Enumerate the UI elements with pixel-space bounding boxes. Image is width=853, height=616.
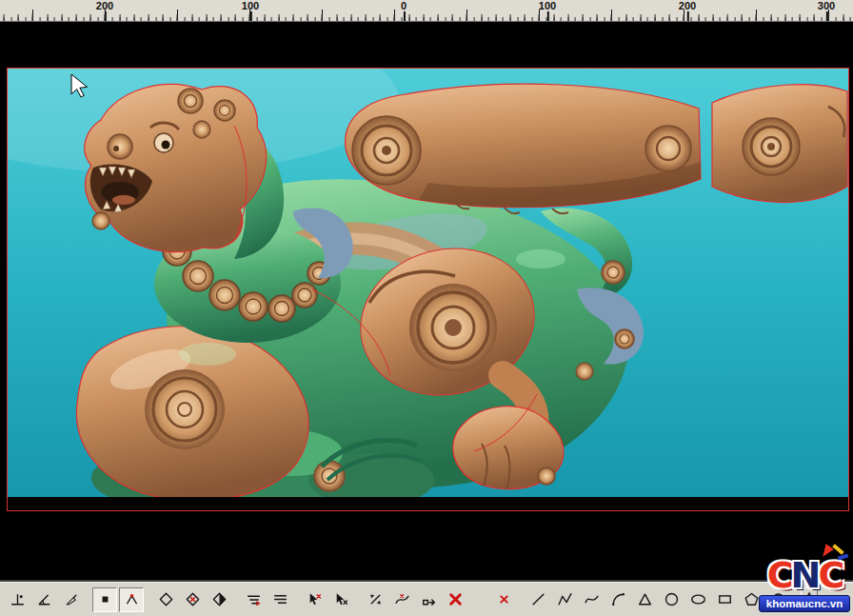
tool-level-lines-alt-button[interactable] bbox=[268, 587, 292, 612]
tool-pen-node-button[interactable] bbox=[58, 587, 83, 612]
tool-snap-angle-button[interactable] bbox=[31, 587, 56, 612]
tool-extend-offset-button[interactable] bbox=[416, 587, 441, 612]
trim-arrows-icon bbox=[367, 591, 384, 607]
tool-select-erase-button[interactable] bbox=[302, 587, 327, 612]
level-lines-alt-icon bbox=[272, 591, 288, 607]
polyline-icon bbox=[557, 591, 573, 607]
tool-diamond-fill-button[interactable] bbox=[207, 587, 231, 612]
ruler-label: 300 bbox=[818, 1, 835, 11]
diamond-delete-icon bbox=[185, 591, 201, 607]
ruler-label: 200 bbox=[96, 1, 113, 11]
spline-icon bbox=[584, 591, 600, 607]
tool-draw-arc-button[interactable] bbox=[605, 587, 630, 612]
tool-draw-spline-button[interactable] bbox=[579, 587, 604, 612]
watermark: CNC khomaucnc.vn bbox=[759, 558, 850, 612]
app-window: 200 100 0 100 200 300 bbox=[0, 0, 853, 616]
viewport-canvas[interactable] bbox=[7, 68, 849, 511]
tool-delete-object-button[interactable] bbox=[443, 587, 467, 612]
select-erase-alt-icon bbox=[333, 591, 349, 607]
grid-snap-icon bbox=[97, 591, 113, 607]
line-icon bbox=[530, 591, 546, 607]
splash-yellow-icon bbox=[832, 544, 844, 554]
tool-diamond-node-button[interactable] bbox=[153, 587, 178, 612]
tool-node-edit-button[interactable] bbox=[119, 587, 144, 612]
select-erase-icon bbox=[307, 591, 323, 607]
tool-grid-snap-button[interactable] bbox=[92, 587, 117, 612]
polygon-icon bbox=[744, 591, 760, 607]
rectangle-icon bbox=[717, 591, 733, 607]
delete-red-x-icon bbox=[447, 591, 464, 607]
erase-small-x-icon bbox=[496, 591, 512, 607]
tool-level-lines-button[interactable] bbox=[241, 587, 266, 612]
arc-icon bbox=[610, 591, 626, 607]
logo-letter: C bbox=[767, 554, 791, 596]
extend-offset-icon bbox=[421, 591, 437, 607]
tool-draw-circle-button[interactable] bbox=[659, 587, 684, 612]
tool-draw-triangle-button[interactable] bbox=[632, 587, 657, 612]
tool-erase-small-button[interactable] bbox=[491, 587, 516, 612]
ruler-label: 0 bbox=[401, 1, 407, 11]
diamond-node-icon bbox=[158, 591, 174, 607]
level-lines-icon bbox=[246, 591, 262, 607]
ellipse-icon bbox=[690, 591, 706, 607]
ruler-label: 200 bbox=[679, 1, 696, 11]
snap-perpendicular-icon bbox=[10, 591, 26, 607]
snap-angle-icon bbox=[36, 591, 52, 607]
watermark-site-banner: khomaucnc.vn bbox=[759, 595, 850, 612]
horizontal-ruler: 200 100 0 100 200 300 bbox=[0, 0, 853, 22]
tool-draw-line-button[interactable] bbox=[526, 587, 550, 612]
pen-node-icon bbox=[63, 591, 79, 607]
tool-draw-polyline-button[interactable] bbox=[552, 587, 577, 612]
circle-icon bbox=[664, 591, 680, 607]
tool-draw-ellipse-button[interactable] bbox=[685, 587, 710, 612]
tool-diamond-delete-button[interactable] bbox=[180, 587, 205, 612]
paint-splash-icon bbox=[808, 546, 846, 563]
ruler-label: 100 bbox=[539, 1, 556, 11]
bottom-toolbar: ▲ ▼ bbox=[0, 582, 853, 616]
diamond-fill-icon bbox=[211, 591, 228, 607]
tool-draw-rectangle-button[interactable] bbox=[712, 587, 737, 612]
cnc-logo: CNC bbox=[759, 558, 850, 592]
ruler-label: 100 bbox=[242, 1, 259, 11]
tool-trim-arrows-button[interactable] bbox=[363, 587, 387, 612]
triangle-icon bbox=[637, 591, 653, 607]
split-curve-icon bbox=[394, 591, 410, 607]
tool-split-curve-button[interactable] bbox=[389, 587, 414, 612]
tool-select-erase-alt-button[interactable] bbox=[328, 587, 353, 612]
relief-model-svg bbox=[8, 69, 848, 510]
node-edit-icon bbox=[124, 591, 140, 607]
tool-snap-perpendicular-button[interactable] bbox=[5, 587, 30, 612]
ruler-ticks bbox=[0, 0, 853, 21]
